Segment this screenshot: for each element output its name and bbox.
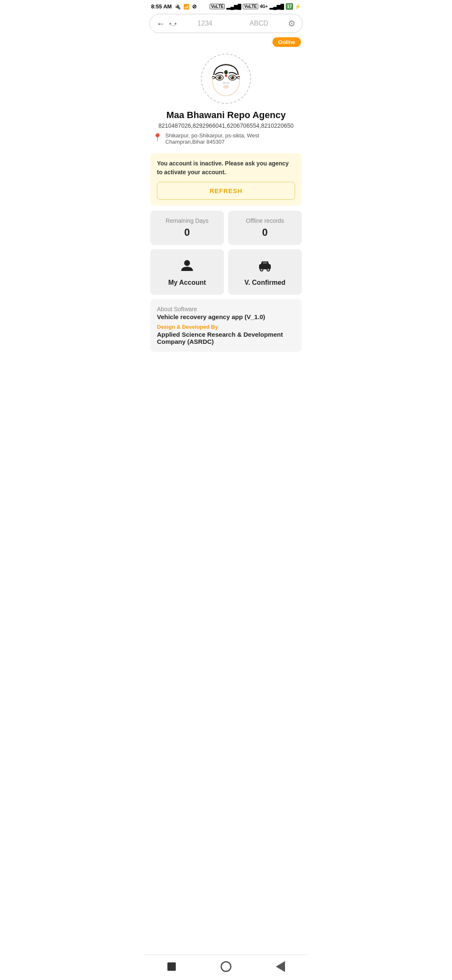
- about-software-label: About Software: [157, 306, 295, 312]
- profile-section: Maa Bhawani Repo Agency 8210487026,82929…: [144, 47, 308, 148]
- online-badge: Online: [272, 37, 301, 47]
- svg-point-18: [261, 269, 262, 271]
- status-bar: 8:55 AM 🔌 📶 ⊘ VoLTE ▂▄▆█ VoLTE 4G+ ▂▄▆█ …: [144, 0, 308, 11]
- usb-icon: 🔌: [174, 3, 181, 10]
- url-part1: 1234: [180, 20, 230, 27]
- remaining-days-label: Remaining Days: [166, 217, 209, 224]
- dev-company: Applied Science Research & Development C…: [157, 331, 295, 345]
- url-part2: ABCD: [234, 20, 284, 27]
- location-icon: 📍: [153, 133, 162, 142]
- stats-grid: Remaining Days 0 Offline records 0: [150, 211, 302, 245]
- offline-records-value: 0: [262, 227, 267, 238]
- back-button[interactable]: ←: [157, 19, 165, 28]
- 4g-label: 4G+: [260, 4, 268, 9]
- status-right: VoLTE ▂▄▆█ VoLTE 4G+ ▂▄▆█ 17 ⚡: [210, 3, 301, 10]
- signal-bars: ▂▄▆█: [226, 4, 241, 10]
- about-box: About Software Vehicle recovery agency a…: [150, 299, 302, 352]
- dev-by-label: Design & Developed By: [157, 324, 295, 330]
- warning-message: You account is inactive. Please ask you …: [157, 159, 295, 177]
- account-icon: [180, 258, 195, 276]
- agency-name: Maa Bhawani Repo Agency: [166, 110, 285, 121]
- car-icon: [257, 258, 272, 276]
- address-text: Shikarpur, po-Shikarpur, ps-sikta, West …: [165, 132, 299, 145]
- svg-point-8: [231, 76, 232, 77]
- svg-point-11: [225, 75, 227, 77]
- remaining-days-card: Remaining Days 0: [150, 211, 224, 245]
- my-account-card[interactable]: My Account: [150, 249, 224, 295]
- svg-point-14: [223, 85, 229, 89]
- v-confirmed-label: V. Confirmed: [244, 279, 285, 286]
- battery-icon: 17: [286, 3, 293, 10]
- avatar-circle: [201, 54, 251, 104]
- svg-point-20: [268, 269, 269, 271]
- agency-phone: 8210487026,8292966041,6206706554,8210220…: [158, 122, 293, 129]
- status-left: 8:55 AM 🔌 📶 ⊘: [151, 3, 197, 10]
- v-confirmed-card[interactable]: V. Confirmed: [228, 249, 302, 295]
- svg-point-10: [225, 72, 227, 74]
- nav-forward-back[interactable]: •‥•: [169, 20, 176, 28]
- my-account-label: My Account: [168, 279, 206, 286]
- signal-icon1: 📶: [183, 4, 190, 10]
- nfc-icon: ⊘: [192, 3, 197, 10]
- remaining-days-value: 0: [184, 227, 190, 238]
- svg-point-15: [184, 260, 190, 266]
- offline-records-card: Offline records 0: [228, 211, 302, 245]
- volte-label: VoLTE: [210, 4, 225, 9]
- refresh-button[interactable]: REFRESH: [157, 182, 295, 200]
- avatar-image: [205, 58, 247, 100]
- agency-address: 📍 Shikarpur, po-Shikarpur, ps-sikta, Wes…: [153, 132, 299, 145]
- online-badge-row: Online: [144, 36, 308, 47]
- svg-point-4: [218, 76, 219, 77]
- volte-label2: VoLTE: [243, 4, 258, 9]
- signal-bars2: ▂▄▆█: [270, 4, 284, 10]
- time-display: 8:55 AM: [151, 3, 172, 10]
- about-app-name: Vehicle recovery agency app (V_1.0): [157, 313, 295, 320]
- svg-rect-21: [263, 262, 267, 264]
- charging-icon: ⚡: [295, 4, 301, 10]
- browser-bar: ← •‥• 1234 ABCD ⚙: [149, 14, 303, 33]
- warning-box: You account is inactive. Please ask you …: [150, 153, 302, 206]
- offline-records-label: Offline records: [246, 217, 284, 224]
- action-grid: My Account V. Confirmed: [150, 249, 302, 295]
- scroll-content: Maa Bhawani Repo Agency 8210487026,82929…: [144, 47, 308, 415]
- settings-icon[interactable]: ⚙: [288, 18, 295, 28]
